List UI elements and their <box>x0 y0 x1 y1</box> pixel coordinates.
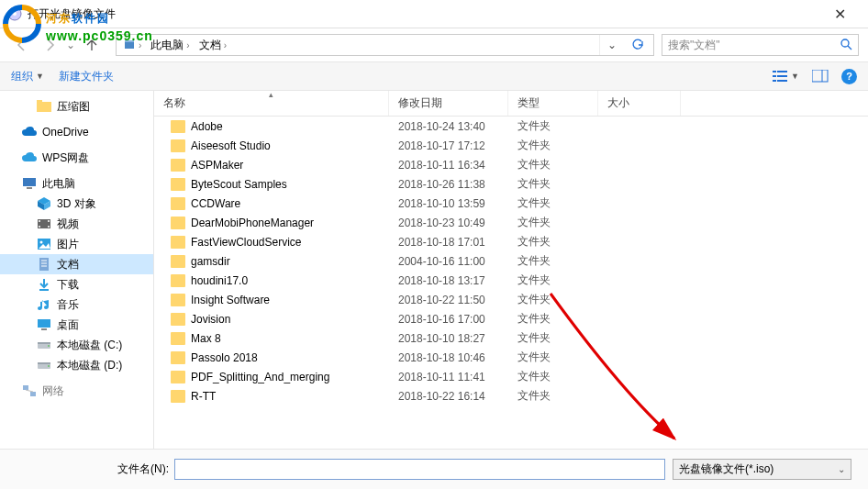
sidebar-item-this-pc[interactable]: 此电脑 <box>0 173 153 194</box>
svg-rect-14 <box>37 102 51 112</box>
table-row[interactable]: R-TT2018-10-22 16:14文件夹 <box>154 386 868 406</box>
svg-rect-39 <box>30 392 36 396</box>
svg-rect-36 <box>38 362 50 364</box>
folder-icon <box>171 313 185 326</box>
folder-icon <box>37 99 51 114</box>
folder-icon <box>171 274 185 287</box>
svg-rect-11 <box>777 80 787 82</box>
sidebar-item[interactable]: 视频 <box>0 214 153 234</box>
search-input[interactable]: 搜索"文档" <box>662 34 859 56</box>
sidebar-item-wps[interactable]: WPS网盘 <box>0 148 153 168</box>
svg-rect-38 <box>23 385 28 390</box>
table-row[interactable]: Insight Software2018-10-22 11:50文件夹 <box>154 290 868 309</box>
folder-icon <box>171 255 185 268</box>
col-type[interactable]: 类型 <box>508 91 598 116</box>
col-date[interactable]: 修改日期 <box>389 91 508 116</box>
file-type-filter[interactable]: 光盘镜像文件(*.iso)⌄ <box>673 459 851 480</box>
folder-icon <box>171 351 185 364</box>
table-row[interactable]: Aiseesoft Studio2018-10-17 17:12文件夹 <box>154 136 868 155</box>
recent-dropdown[interactable]: ⌄ <box>64 32 77 58</box>
table-row[interactable]: Max 82018-10-10 18:27文件夹 <box>154 328 868 348</box>
folder-icon <box>171 294 185 306</box>
svg-rect-30 <box>38 319 50 328</box>
breadcrumb[interactable]: › 此电脑› 文档› ⌄ <box>116 34 654 56</box>
table-row[interactable]: CCDWare2018-10-10 13:59文件夹 <box>154 194 868 213</box>
app-icon <box>7 6 22 21</box>
refresh-button[interactable] <box>624 35 651 55</box>
drive-icon <box>37 338 51 352</box>
folder-icon <box>171 197 185 210</box>
drive-icon <box>37 358 51 372</box>
crumb-root-icon[interactable]: › <box>118 35 146 55</box>
svg-point-4 <box>841 39 849 47</box>
svg-rect-9 <box>777 75 787 77</box>
svg-rect-12 <box>812 70 828 82</box>
new-folder-button[interactable]: 新建文件夹 <box>59 69 114 84</box>
svg-rect-25 <box>39 258 49 271</box>
network-icon <box>22 383 37 398</box>
sidebar-item[interactable]: 本地磁盘 (C:) <box>0 335 153 355</box>
table-row[interactable]: PDF_Splitting_And_merging2018-10-11 11:4… <box>154 367 868 386</box>
close-button[interactable]: ✕ <box>819 0 861 28</box>
sidebar-item-compressed[interactable]: 压缩图 <box>0 96 153 117</box>
navbar: ⌄ › 此电脑› 文档› ⌄ 搜索"文档" <box>0 28 868 61</box>
table-row[interactable]: Jovision2018-10-16 17:00文件夹 <box>154 309 868 328</box>
sidebar-item[interactable]: 桌面 <box>0 315 153 335</box>
table-row[interactable]: Adobe2018-10-24 13:40文件夹 <box>154 117 868 136</box>
folder-icon <box>171 159 185 172</box>
sidebar-item[interactable]: 图片 <box>0 234 153 254</box>
sidebar-item-onedrive[interactable]: OneDrive <box>0 122 153 142</box>
table-row[interactable]: houdini17.02018-10-18 13:17文件夹 <box>154 271 868 290</box>
sidebar-item[interactable]: 下载 <box>0 274 153 295</box>
svg-rect-22 <box>48 226 50 228</box>
search-icon[interactable] <box>840 38 852 53</box>
dl-icon <box>37 277 51 292</box>
table-row[interactable]: DearMobiPhoneManager2018-10-23 10:49文件夹 <box>154 213 868 232</box>
view-button[interactable]: ▼ <box>773 70 799 83</box>
cloud-icon <box>22 125 37 139</box>
folder-icon <box>171 371 185 383</box>
filename-label: 文件名(N): <box>117 461 169 477</box>
col-size[interactable]: 大小 <box>598 91 681 116</box>
body: 压缩图 OneDrive WPS网盘 此电脑 3D 对象视频图片文档下载音乐桌面… <box>0 91 868 449</box>
titlebar: 打开光盘镜像文件 ✕ <box>0 0 868 28</box>
folder-icon <box>171 139 185 152</box>
bottombar: 文件名(N): 光盘镜像文件(*.iso)⌄ <box>0 449 868 489</box>
table-row[interactable]: Passolo 20182018-10-18 10:46文件夹 <box>154 348 868 367</box>
window-title: 打开光盘镜像文件 <box>28 6 819 22</box>
search-placeholder: 搜索"文档" <box>668 38 720 53</box>
svg-rect-21 <box>48 220 50 222</box>
table-row[interactable]: ASPMaker2018-10-11 16:34文件夹 <box>154 155 868 174</box>
table-row[interactable]: ByteScout Samples2018-10-26 11:38文件夹 <box>154 174 868 194</box>
help-button[interactable]: ? <box>841 69 857 84</box>
table-row[interactable]: FastViewCloudService2018-10-18 17:01文件夹 <box>154 232 868 251</box>
crumb-pc[interactable]: 此电脑› <box>146 35 194 55</box>
folder-icon <box>171 120 185 133</box>
pc-icon <box>22 176 37 191</box>
svg-line-5 <box>848 46 851 50</box>
table-row[interactable]: gamsdir2004-10-16 11:00文件夹 <box>154 251 868 271</box>
forward-button[interactable] <box>37 32 62 58</box>
crumb-docs[interactable]: 文档› <box>195 35 231 55</box>
preview-pane-button[interactable] <box>812 70 829 83</box>
sidebar-item[interactable]: 本地磁盘 (D:) <box>0 355 153 375</box>
organize-button[interactable]: 组织▼ <box>11 69 44 84</box>
sidebar-item-network[interactable]: 网络 <box>0 381 153 401</box>
folder-icon <box>171 236 185 249</box>
file-list: 名称▴ 修改日期 类型 大小 Adobe2018-10-24 13:40文件夹A… <box>154 91 868 449</box>
back-button[interactable] <box>9 32 35 58</box>
folder-icon <box>171 332 185 345</box>
breadcrumb-dropdown[interactable]: ⌄ <box>599 35 624 55</box>
col-name[interactable]: 名称▴ <box>154 91 389 116</box>
toolbar: 组织▼ 新建文件夹 ▼ ? <box>0 61 868 91</box>
up-button[interactable] <box>79 32 105 58</box>
folder-icon <box>171 390 185 403</box>
doc-icon <box>37 257 51 272</box>
sidebar-item[interactable]: 文档 <box>0 254 153 274</box>
svg-point-24 <box>40 241 43 244</box>
sidebar-item[interactable]: 音乐 <box>0 295 153 315</box>
column-headers: 名称▴ 修改日期 类型 大小 <box>154 91 868 117</box>
filename-input[interactable] <box>174 459 665 480</box>
svg-rect-17 <box>27 187 32 189</box>
sidebar-item[interactable]: 3D 对象 <box>0 194 153 214</box>
